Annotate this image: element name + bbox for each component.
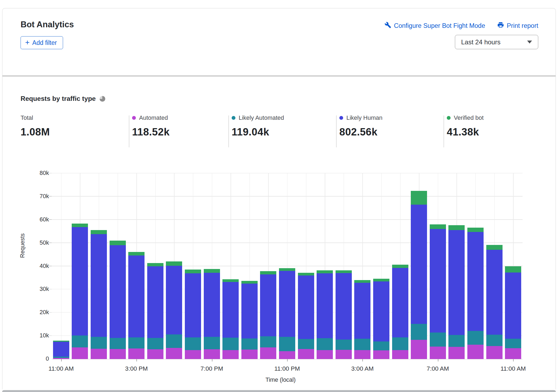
bar-segment-likely-human[interactable] <box>110 245 126 338</box>
bar-segment-likely-automated[interactable] <box>72 335 88 347</box>
bar-segment-automated[interactable] <box>222 350 239 359</box>
stacked-bar[interactable] <box>448 173 465 359</box>
bar-segment-verified-bot[interactable] <box>91 230 107 234</box>
bar-segment-likely-automated[interactable] <box>505 339 521 348</box>
bar-segment-likely-human[interactable] <box>72 227 88 335</box>
stacked-bar[interactable] <box>486 173 503 359</box>
bar-segment-automated[interactable] <box>373 350 389 359</box>
time-range-select[interactable]: Last 24 hours <box>455 35 538 49</box>
bar-segment-verified-bot[interactable] <box>354 280 370 283</box>
stacked-bar[interactable] <box>72 173 88 359</box>
stacked-bar[interactable] <box>260 173 276 359</box>
bar-segment-likely-automated[interactable] <box>298 339 314 349</box>
bar-segment-likely-automated[interactable] <box>411 324 427 340</box>
bar-segment-verified-bot[interactable] <box>392 265 408 268</box>
bar-segment-automated[interactable] <box>279 351 295 359</box>
bar-segment-automated[interactable] <box>430 347 446 359</box>
bar-segment-likely-automated[interactable] <box>166 334 182 348</box>
bar-segment-verified-bot[interactable] <box>298 273 314 275</box>
stacked-bar[interactable] <box>354 173 370 359</box>
bar-segment-verified-bot[interactable] <box>147 263 163 267</box>
bar-segment-verified-bot[interactable] <box>448 225 465 230</box>
bar-segment-likely-automated[interactable] <box>336 340 352 350</box>
bar-segment-likely-human[interactable] <box>486 250 503 334</box>
bar-segment-verified-bot[interactable] <box>505 266 521 273</box>
bar-segment-automated[interactable] <box>147 349 163 359</box>
bar-segment-likely-human[interactable] <box>185 273 201 337</box>
bar-segment-likely-automated[interactable] <box>91 337 107 349</box>
bar-segment-likely-human[interactable] <box>448 230 465 335</box>
bar-segment-likely-automated[interactable] <box>486 335 503 346</box>
stacked-bar[interactable] <box>147 173 163 359</box>
bar-segment-automated[interactable] <box>241 350 258 359</box>
stacked-bar[interactable] <box>166 173 182 359</box>
stacked-bar[interactable] <box>185 173 201 359</box>
bar-segment-automated[interactable] <box>185 350 201 359</box>
bar-segment-likely-automated[interactable] <box>392 337 408 350</box>
bar-segment-likely-human[interactable] <box>91 234 107 337</box>
bar-segment-likely-human[interactable] <box>505 273 521 339</box>
stacked-bar[interactable] <box>128 173 145 359</box>
bar-segment-likely-automated[interactable] <box>241 338 258 350</box>
bar-segment-likely-automated[interactable] <box>128 337 145 348</box>
stacked-bar[interactable] <box>279 173 295 359</box>
bar-segment-likely-human[interactable] <box>222 282 239 338</box>
stacked-bar[interactable] <box>392 173 408 359</box>
bar-segment-likely-automated[interactable] <box>260 336 276 347</box>
bar-segment-verified-bot[interactable] <box>241 281 258 283</box>
bar-segment-verified-bot[interactable] <box>204 269 220 273</box>
bar-segment-likely-automated[interactable] <box>430 333 446 347</box>
bar-segment-verified-bot[interactable] <box>222 279 239 282</box>
bar-segment-verified-bot[interactable] <box>185 270 201 273</box>
bar-segment-verified-bot[interactable] <box>128 252 145 255</box>
bar-segment-likely-automated[interactable] <box>110 338 126 349</box>
bar-segment-automated[interactable] <box>128 348 145 359</box>
bar-segment-likely-automated[interactable] <box>354 339 370 350</box>
stacked-bar[interactable] <box>241 173 258 359</box>
bar-segment-verified-bot[interactable] <box>166 261 182 265</box>
stacked-bar[interactable] <box>110 173 126 359</box>
bar-segment-likely-human[interactable] <box>298 275 314 339</box>
bar-segment-automated[interactable] <box>354 350 370 359</box>
bar-segment-likely-automated[interactable] <box>204 337 220 349</box>
bar-segment-likely-human[interactable] <box>260 274 276 336</box>
bar-segment-verified-bot[interactable] <box>486 245 503 250</box>
stacked-bar[interactable] <box>204 173 220 359</box>
bar-segment-automated[interactable] <box>448 347 465 359</box>
bar-segment-likely-automated[interactable] <box>279 337 295 351</box>
stacked-bar[interactable] <box>91 173 107 359</box>
bar-segment-likely-human[interactable] <box>354 283 370 339</box>
stacked-bar[interactable] <box>430 173 446 359</box>
bar-segment-likely-automated[interactable] <box>222 338 239 350</box>
stacked-bar[interactable] <box>505 173 521 359</box>
bar-segment-automated[interactable] <box>336 350 352 359</box>
bar-segment-likely-human[interactable] <box>53 342 69 356</box>
bar-segment-likely-automated[interactable] <box>317 338 333 350</box>
bar-segment-verified-bot[interactable] <box>110 241 126 245</box>
bar-segment-automated[interactable] <box>53 358 69 359</box>
bar-segment-verified-bot[interactable] <box>467 228 484 232</box>
bar-segment-verified-bot[interactable] <box>260 271 276 274</box>
stacked-bar[interactable] <box>53 173 69 359</box>
stacked-bar[interactable] <box>336 173 352 359</box>
bar-segment-likely-human[interactable] <box>336 273 352 340</box>
bar-segment-likely-human[interactable] <box>392 268 408 337</box>
bar-segment-verified-bot[interactable] <box>317 270 333 273</box>
bar-segment-verified-bot[interactable] <box>373 279 389 281</box>
stacked-bar[interactable] <box>317 173 333 359</box>
stacked-bar[interactable] <box>411 173 427 359</box>
bar-segment-automated[interactable] <box>91 349 107 359</box>
print-report-link[interactable]: Print report <box>497 21 538 30</box>
bar-segment-automated[interactable] <box>467 345 484 359</box>
bar-segment-likely-human[interactable] <box>411 205 427 324</box>
stacked-bar[interactable] <box>373 173 389 359</box>
add-filter-button[interactable]: + Add filter <box>21 36 63 49</box>
bar-segment-likely-human[interactable] <box>128 255 145 337</box>
bar-segment-likely-human[interactable] <box>279 271 295 337</box>
bar-segment-likely-automated[interactable] <box>467 331 484 345</box>
bar-segment-automated[interactable] <box>204 349 220 359</box>
stacked-bar[interactable] <box>298 173 314 359</box>
bar-segment-automated[interactable] <box>260 347 276 359</box>
stacked-bar[interactable] <box>467 173 484 359</box>
bar-segment-likely-automated[interactable] <box>185 337 201 350</box>
